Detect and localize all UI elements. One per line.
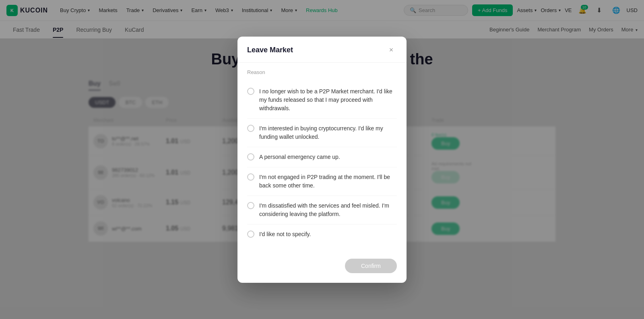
radio-input-2[interactable] bbox=[247, 125, 254, 132]
modal-title: Leave Market bbox=[247, 46, 293, 54]
modal-footer: Confirm bbox=[237, 252, 407, 283]
modal-body: Reason I no longer wish to be a P2P Mark… bbox=[237, 63, 407, 252]
option-text-2: I'm interested in buying cryptocurrency.… bbox=[259, 124, 397, 141]
option-text-3: A personal emergency came up. bbox=[259, 153, 340, 161]
radio-option-6[interactable]: I'd like not to specify. bbox=[247, 224, 397, 244]
radio-option-2[interactable]: I'm interested in buying cryptocurrency.… bbox=[247, 119, 397, 147]
modal-header: Leave Market × bbox=[237, 37, 407, 63]
modal-overlay[interactable]: Leave Market × Reason I no longer wish t… bbox=[0, 0, 644, 319]
option-text-6: I'd like not to specify. bbox=[259, 230, 311, 239]
radio-input-6[interactable] bbox=[247, 231, 254, 238]
option-text-4: I'm not engaged in P2P trading at the mo… bbox=[259, 173, 397, 190]
reason-label: Reason bbox=[247, 69, 397, 75]
confirm-button[interactable]: Confirm bbox=[345, 259, 397, 273]
option-text-1: I no longer wish to be a P2P Market merc… bbox=[259, 87, 397, 113]
radio-input-3[interactable] bbox=[247, 153, 254, 161]
option-text-5: I'm dissatisfied with the services and f… bbox=[259, 202, 397, 218]
radio-input-1[interactable] bbox=[247, 88, 254, 95]
radio-input-4[interactable] bbox=[247, 173, 254, 181]
radio-option-5[interactable]: I'm dissatisfied with the services and f… bbox=[247, 196, 397, 224]
radio-option-3[interactable]: A personal emergency came up. bbox=[247, 147, 397, 167]
close-button[interactable]: × bbox=[386, 45, 397, 56]
radio-option-1[interactable]: I no longer wish to be a P2P Market merc… bbox=[247, 82, 397, 119]
radio-input-5[interactable] bbox=[247, 202, 254, 209]
leave-market-modal: Leave Market × Reason I no longer wish t… bbox=[237, 37, 407, 283]
radio-option-4[interactable]: I'm not engaged in P2P trading at the mo… bbox=[247, 167, 397, 196]
